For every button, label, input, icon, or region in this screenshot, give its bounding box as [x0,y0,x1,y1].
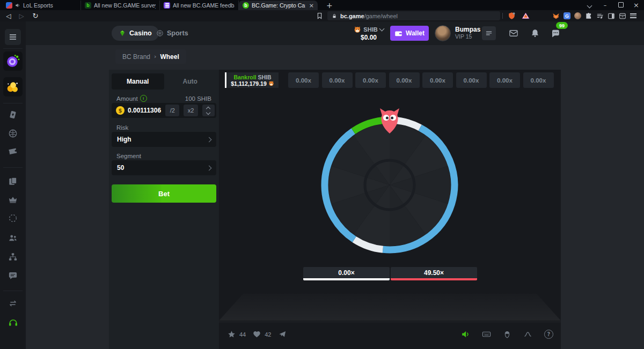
multiplier-history-button[interactable]: 0.00x [456,72,487,88]
back-button[interactable]: ◁ [3,11,14,20]
result-value: 49.50× [391,267,477,278]
menu-icon [10,33,16,41]
stepper-down-icon[interactable] [206,110,210,114]
browser-tab-bcgame-active[interactable]: b BC.Game: Crypto Casino Games & × [239,1,318,10]
sidebar-slots-button[interactable] [8,176,18,186]
reload-button[interactable]: ↻ [30,11,41,20]
browser-tab-lol-esports[interactable]: LoL Esports [2,1,81,10]
amount-hint: 100 SHIB [185,95,211,102]
half-bet-button[interactable]: /2 [165,105,179,116]
sidebar-rewards-button[interactable] [3,77,23,96]
segment-dropdown[interactable]: 50 [112,160,216,175]
amount-value[interactable]: 0.00111306 [128,107,161,114]
bankroll-value: $1,112,179.19 [231,80,267,87]
double-bet-button[interactable]: x2 [184,105,197,116]
sports-label: Sports [167,29,188,37]
like-heart-icon[interactable] [253,330,261,338]
sidebar-missions-button[interactable] [3,51,23,71]
metamask-icon[interactable] [552,12,560,20]
user-info[interactable]: Bumpas VIP 15 [455,26,480,40]
multiplier-history-button[interactable]: 0.00x [322,72,353,88]
sidebar-casino-button[interactable] [8,110,18,120]
messages-icon[interactable] [509,28,518,38]
tab-close-icon[interactable]: × [309,2,314,9]
sidebar-icon[interactable] [608,12,615,20]
window-close-button[interactable]: × [628,1,644,9]
like-count: 42 [265,331,271,338]
segment-value: 50 [117,164,124,172]
dashed-circle-icon [8,213,18,223]
amount-label: Amount [116,95,138,102]
multiplier-history-button[interactable]: 0.00x [389,72,420,88]
breadcrumb-section[interactable]: BC Brand [122,53,150,61]
wallet-button[interactable]: Wallet [390,26,429,41]
tab-auto[interactable]: Auto [164,73,217,90]
sidebar-support-button[interactable] [8,317,18,328]
breadcrumb-current: Wheel [160,53,179,61]
multiplier-history-button[interactable]: 0.00x [355,72,386,88]
amount-stepper[interactable] [202,105,215,116]
multiplier-history-button[interactable]: 0.00x [422,72,453,88]
brave-rewards-icon[interactable] [522,12,530,20]
currency-selector[interactable]: SHIB $0.00 [350,24,387,43]
tab-title: All new BC.GAME survey & feedback r [94,2,156,9]
sidebar-bets-button[interactable] [8,147,18,157]
wheel-pointer-owl-icon [378,107,401,135]
sound-icon[interactable] [461,330,470,339]
tab-audio-icon[interactable] [15,3,20,8]
bankroll-badge[interactable]: Bankroll SHIB $1,112,179.19 [225,72,279,88]
url-bar[interactable]: bc.game/game/wheel [327,11,500,20]
multiplier-history-button[interactable]: 0.00x [489,72,520,88]
favorite-star-icon[interactable] [228,330,236,338]
sidebar-forum-button[interactable] [8,271,18,280]
browser-menu-icon[interactable] [630,12,636,20]
sidebar-sponsorship-button[interactable] [8,299,18,308]
amount-input[interactable]: $ 0.00111306 /2 x2 [112,103,216,118]
quick-menu-button[interactable] [482,26,496,40]
sidebar-affiliate-button[interactable] [8,252,18,262]
sidebar-vip-button[interactable] [8,195,18,204]
main-content: BC Brand › Wheel Manual Auto Amount i 10… [26,45,644,349]
forward-button[interactable]: ▷ [16,11,27,20]
new-tab-button[interactable]: + [323,1,336,10]
window-minimize-button[interactable]: – [597,2,613,9]
network-icon [8,252,18,262]
notifications-bell-icon[interactable] [530,28,540,38]
basketball-icon [156,29,164,37]
risk-dropdown[interactable]: High [112,132,216,147]
share-icon[interactable] [279,330,287,338]
list-icon [485,29,493,37]
sidebar-menu-button[interactable] [5,29,21,45]
live-stats-icon[interactable] [523,330,532,339]
browser-tab-bcgame-feedback[interactable]: All new BC.GAME feedback [160,1,239,10]
brave-shield-icon[interactable] [508,12,516,20]
chevron-right-icon [207,165,212,170]
sidebar-bonus-button[interactable] [8,213,18,223]
chat-icon[interactable] [551,28,560,38]
multiplier-history-button[interactable]: 0.00x [523,72,554,88]
bet-button[interactable]: Bet [112,184,216,203]
window-restore-button[interactable] [613,2,628,9]
tab-manual[interactable]: Manual [112,73,164,90]
archive-icon[interactable] [619,12,626,20]
multiplier-history-button[interactable]: 0.00x [288,72,319,88]
divider [3,167,23,168]
playlist-icon[interactable] [596,12,604,20]
sidebar-refer-button[interactable] [8,233,18,243]
bookmark-icon[interactable] [316,12,324,20]
browser-profile-chevron[interactable] [582,2,597,9]
sports-nav-button[interactable]: Sports [151,26,194,41]
sidebar-sports-button[interactable] [8,129,18,138]
hotkeys-keyboard-icon[interactable] [482,330,491,339]
extensions-puzzle-icon[interactable] [585,12,592,20]
casino-card-icon [8,110,18,120]
user-avatar[interactable] [435,25,451,41]
translate-icon[interactable]: G [564,12,570,19]
fairness-seed-icon[interactable] [503,330,511,339]
browser-tab-bcgame-survey[interactable]: b All new BC.GAME survey & feedback r [81,1,160,10]
info-icon[interactable]: i [140,95,147,102]
profile-extension-icon[interactable] [574,12,581,19]
chevron-down-icon [379,26,384,31]
wallet-icon [394,29,402,38]
help-icon[interactable]: ? [544,330,553,339]
